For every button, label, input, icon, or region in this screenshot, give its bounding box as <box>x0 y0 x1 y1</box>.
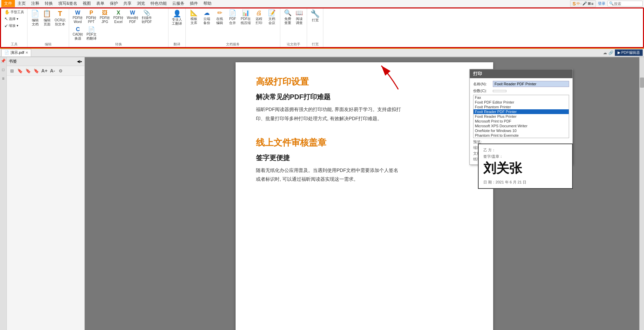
pdf-page: 高级打印设置 解决常见的PDF打印难题 福昕PDF阅读器拥有强大的打印功能, 界… <box>236 62 493 330</box>
printer-ms-pdf[interactable]: Microsoft Print to PDF <box>474 119 569 124</box>
sidebar-tool-7[interactable]: ⚙ <box>57 67 64 74</box>
menu-item-view[interactable]: 视图 <box>80 0 94 7</box>
sidebar-icon-3[interactable]: ≡ <box>2 76 4 81</box>
select-button[interactable]: ↖选择 ▾ <box>3 16 25 22</box>
menu-item-form[interactable]: 表单 <box>94 0 107 7</box>
pdf-compress-button[interactable]: 📊 PDF在线压缩 <box>239 9 252 26</box>
print-printer-list: Fax Foxit PDF Editor Printer Foxit Phant… <box>473 95 569 138</box>
menu-item-file[interactable]: 文件 <box>1 0 15 7</box>
translate-group-label: 翻译 <box>174 41 180 47</box>
ribbon-group-print-wide: 🔧 打宽 打宽 <box>307 8 323 47</box>
menu-item-sign[interactable]: 填写&签名 <box>56 0 80 7</box>
print-name-label: 名称(N): <box>473 82 493 87</box>
pdf-to-word-button[interactable]: W PDF转Word <box>71 9 84 25</box>
sidebar-tool-1[interactable]: ⊞ <box>8 67 16 74</box>
menu-item-browse[interactable]: 浏览 <box>134 0 148 7</box>
menu-item-cloud[interactable]: 云服务 <box>169 0 187 7</box>
print-text: 福昕PDF阅读器拥有强大的打印功能, 界面友好易于学习。支持虚拟打印、批量打印等… <box>256 105 402 123</box>
login-button[interactable]: 登录 <box>598 1 605 6</box>
print-section: 高级打印设置 解决常见的PDF打印难题 福昕PDF阅读器拥有强大的打印功能, 界… <box>256 76 473 123</box>
menu-item-plugin[interactable]: 插件 <box>187 0 201 7</box>
pdf-translate-button[interactable]: 📄 PDF文档翻译 <box>85 25 98 41</box>
tab-demo-pdf[interactable]: 📄 演示.pdf ✕ <box>1 49 31 57</box>
sidebar-icon-2[interactable]: □ <box>2 67 4 72</box>
doc-meeting-button[interactable]: 📝 文档会议 <box>266 9 278 26</box>
pdf-merge-button[interactable]: 📄 PDF合并 <box>226 9 239 26</box>
vertical-scrollbar[interactable] <box>639 57 644 330</box>
reading-survey-button[interactable]: 📖 阅读调查 <box>294 9 305 26</box>
pdf-to-excel-button[interactable]: X PDF转Excel <box>112 9 125 25</box>
printer-foxit-editor[interactable]: Foxit PDF Editor Printer <box>474 100 569 105</box>
app-body: 📌 □ ≡ 书签 ◀ ▸ ⊞ 🔖 🔖 🔖 A+ A- ⚙ <box>0 57 644 330</box>
signature-illustration: 乙 方： 签字/盖章： 刘关张 日 期：2021 年 6 月 21 日 <box>478 144 573 189</box>
pdf-to-ppt-button[interactable]: P PDF转PPT <box>85 9 98 25</box>
hand-tool-button[interactable]: ✋手型工具 <box>3 9 25 15</box>
sig-name: 刘关张 <box>483 160 567 177</box>
print-copies-label: 份数(C): <box>473 88 493 93</box>
word-to-pdf-button[interactable]: W Word转PDF <box>125 9 140 25</box>
sig-name-label: 签字/盖章： <box>483 154 567 159</box>
menu-item-comment[interactable]: 注释 <box>28 0 42 7</box>
sidebar-tool-6[interactable]: A- <box>49 67 56 74</box>
menu-item-help[interactable]: 帮助 <box>201 0 214 7</box>
ribbon-group-convert: W PDF转Word P PDF转PPT 🖼 PDF转JPG X PDF转Exc… <box>69 8 168 47</box>
printer-ms-xps[interactable]: Microsoft XPS Document Writer <box>474 124 569 128</box>
sidebar-tool-2[interactable]: 🔖 <box>16 67 24 74</box>
pdf-to-jpg-button[interactable]: 🖼 PDF转JPG <box>98 9 111 25</box>
sidebar-tool-4[interactable]: 🔖 <box>33 67 40 74</box>
sig-party-label: 乙 方： <box>483 148 567 153</box>
menu-item-convert[interactable]: 转换 <box>42 0 56 7</box>
menu-item-special[interactable]: 特色功能 <box>148 0 169 7</box>
menu-item-protect[interactable]: 保护 <box>107 0 121 7</box>
ribbon-toolbar: ✋手型工具 ↖选择 ▾ ↙缩放 ▾ 工具 📄 编辑文档 <box>0 7 644 49</box>
ribbon-group-paper: 🔍 免费查重 📖 阅读调查 论文助手 <box>280 8 307 47</box>
sign-section: 线上文件审核盖章 签字更便捷 随着无纸化办公应用普及。当遇到使用PDF文档中需要… <box>256 137 473 184</box>
ribbon-group-edit: 📄 编辑文档 📋 编辑页面 T OCR识别文本 编辑 <box>27 8 69 47</box>
sidebar-panel: 书签 ◀ ▸ ⊞ 🔖 🔖 🔖 A+ A- ⚙ <box>7 57 85 330</box>
scan-to-pdf-button[interactable]: 📎 扫描件转PDF <box>140 9 153 25</box>
sidebar-tool-5[interactable]: A+ <box>41 67 48 74</box>
paper-group-label: 论文助手 <box>287 41 300 47</box>
printer-phantom-evernote[interactable]: Phantom Print to Evernote <box>474 133 569 138</box>
search-input[interactable] <box>614 2 641 6</box>
printer-foxit-phantom[interactable]: Foxit Phantom Printer <box>474 105 569 109</box>
sidebar-collapse-button[interactable]: ▸ <box>80 59 82 64</box>
print-name-value[interactable]: Foxit Reader PDF Printer <box>493 81 569 87</box>
tab-close-button[interactable]: ✕ <box>25 51 28 54</box>
sidebar-content <box>7 76 84 330</box>
cloud-backup-button[interactable]: ☁ 云端备份 <box>201 9 213 26</box>
menu-item-home[interactable]: 主页 <box>15 0 28 7</box>
online-edit-button[interactable]: ✏ 在线编辑 <box>214 9 226 26</box>
menu-bar: 文件 主页 注释 转换 填写&签名 视图 表单 保护 共享 浏览 特色功能 云服… <box>0 0 644 7</box>
remote-print-button[interactable]: 🖨 远程打印 <box>253 9 265 26</box>
sign-section-title: 线上文件审核盖章 <box>256 137 473 149</box>
cad-converter-button[interactable]: C CAD转换器 <box>71 25 84 41</box>
ribbon-container: 文件 主页 注释 转换 填写&签名 视图 表单 保护 共享 浏览 特色功能 云服… <box>0 0 644 57</box>
ribbon-group-doc-service: 📐 模板文库 ☁ 云端备份 ✏ 在线编辑 📄 PDF合并 📊 PDF在 <box>186 8 280 47</box>
professional-translate-button[interactable]: 👤 专业人工翻译 <box>170 9 183 26</box>
template-library-button[interactable]: 📐 模板文库 <box>188 9 200 26</box>
printer-fax[interactable]: Fax <box>474 95 569 100</box>
print-wide-button[interactable]: 🔧 打宽 <box>309 9 321 23</box>
sign-text: 随着无纸化办公应用普及。当遇到使用PDF文档中需要添加个人签名或者标识时, 可以… <box>256 166 402 184</box>
printer-onenote[interactable]: OneNote for Windows 10 <box>474 128 569 133</box>
printer-foxit-plus[interactable]: Foxit Reader Plus Printer <box>474 114 569 119</box>
sidebar-icon-1[interactable]: 📌 <box>1 59 6 63</box>
edit-page-button[interactable]: 📋 编辑页面 <box>41 9 53 27</box>
free-check-button[interactable]: 🔍 免费查重 <box>282 9 293 26</box>
edit-doc-button[interactable]: 📄 编辑文档 <box>29 9 41 27</box>
printer-foxit-reader[interactable]: Foxit Reader PDF Printer <box>474 109 569 114</box>
ocr-button[interactable]: T OCR识别文本 <box>53 9 67 27</box>
pdf-editor-button[interactable]: ▶ PDF编辑器 <box>615 49 643 56</box>
edit-group-label: 编辑 <box>45 41 52 47</box>
menu-item-share[interactable]: 共享 <box>121 0 134 7</box>
print-wide-group-label: 打宽 <box>312 41 319 47</box>
print-copies-input[interactable] <box>493 90 506 92</box>
sidebar-tool-3[interactable]: 🔖 <box>24 67 32 74</box>
zoom-button[interactable]: ↙缩放 ▾ <box>3 22 25 29</box>
sidebar-expand-button[interactable]: ◀ <box>77 59 80 64</box>
ribbon-group-tools: ✋手型工具 ↖选择 ▾ ↙缩放 ▾ 工具 <box>1 8 27 47</box>
doc-service-group-label: 文档服务 <box>226 41 240 47</box>
scrollbar-thumb[interactable] <box>640 78 644 88</box>
print-dialog-header: 打印 <box>470 69 572 78</box>
